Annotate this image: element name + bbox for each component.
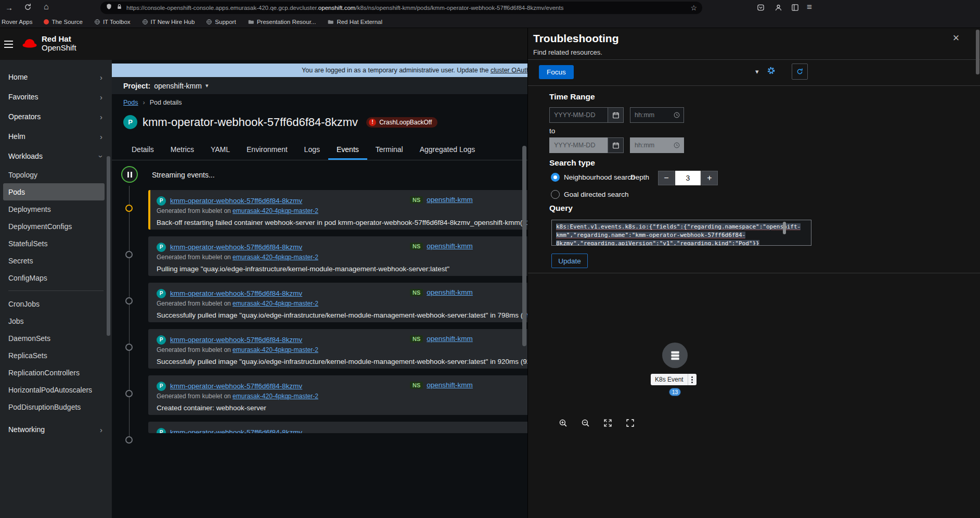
sidebar-scrollbar[interactable]: [107, 156, 110, 336]
tab-events[interactable]: Events: [328, 139, 367, 160]
breadcrumb-pods-link[interactable]: Pods: [123, 99, 138, 106]
from-date-input[interactable]: [549, 107, 608, 123]
depth-minus-button[interactable]: −: [658, 171, 675, 185]
sidebar-item-topology[interactable]: Topology: [0, 166, 112, 183]
event-pod-link[interactable]: kmm-operator-webhook-57ff6d6f84-8kzmv: [170, 197, 302, 205]
event-namespace-link[interactable]: openshift-kmm: [427, 242, 473, 250]
sidebar-item-replicasets[interactable]: ReplicaSets: [0, 347, 112, 364]
url-bar[interactable]: https://console-openshift-console.apps.e…: [100, 2, 702, 14]
panel-scrollbar[interactable]: [976, 30, 979, 74]
sidebar-item-pods[interactable]: Pods: [3, 183, 105, 200]
sidebar-item-horizontalpodautoscalers[interactable]: HorizontalPodAutoscalers: [0, 381, 112, 398]
sidebar-item-poddisruptionbudgets[interactable]: PodDisruptionBudgets: [0, 398, 112, 415]
event-namespace-link[interactable]: openshift-kmm: [427, 381, 473, 389]
node-label-pill[interactable]: K8s Event: [651, 374, 697, 385]
fit-to-screen-button[interactable]: [599, 414, 616, 432]
account-icon[interactable]: [775, 4, 782, 12]
event-node-link[interactable]: emurasak-420-4pkqp-master-2: [233, 207, 318, 214]
event-node-link[interactable]: emurasak-420-4pkqp-master-2: [233, 393, 318, 400]
focus-button[interactable]: Focus: [539, 65, 574, 79]
pause-events-button[interactable]: [121, 166, 138, 183]
neighbourhood-search-radio[interactable]: [551, 173, 560, 182]
nav-toggle-icon[interactable]: [4, 37, 18, 51]
red-hat-icon: [22, 38, 37, 49]
brand-logo: Red Hat OpenShift: [22, 34, 76, 52]
bookmark-it-new-hire-hub[interactable]: IT New Hire Hub: [142, 19, 195, 25]
depth-plus-button[interactable]: +: [701, 171, 718, 185]
pocket-icon[interactable]: [757, 4, 765, 12]
sidebar-item-jobs[interactable]: Jobs: [0, 312, 112, 330]
event-namespace-link[interactable]: openshift-kmm: [427, 335, 473, 343]
sidebar-item-networking[interactable]: Networking›: [0, 420, 112, 439]
sidebar-item-cronjobs[interactable]: CronJobs: [0, 295, 112, 312]
tab-environment[interactable]: Environment: [238, 139, 296, 160]
lock-icon[interactable]: [116, 3, 123, 12]
k8s-event-node[interactable]: [662, 343, 688, 368]
depth-input[interactable]: [675, 171, 701, 185]
goal-directed-search-radio[interactable]: [551, 190, 560, 199]
sidebar-item-helm[interactable]: Helm›: [0, 127, 112, 146]
event-namespace-link[interactable]: openshift-kmm: [427, 196, 473, 204]
query-input[interactable]: k8s:Event.v1.events.k8s.io:{"fields":{"r…: [551, 220, 811, 246]
query-scrollbar[interactable]: [783, 222, 786, 234]
event-node-link[interactable]: emurasak-420-4pkqp-master-2: [233, 300, 318, 307]
zoom-in-button[interactable]: [554, 414, 572, 432]
tab-aggregated-logs[interactable]: Aggregated Logs: [411, 139, 484, 160]
tab-yaml[interactable]: YAML: [202, 139, 238, 160]
bookmark-red-hat-external[interactable]: Red Hat External: [327, 19, 382, 25]
bookmark-it-toolbox[interactable]: IT Toolbox: [94, 19, 131, 25]
sidebar-toggle-icon[interactable]: [791, 4, 799, 12]
fullscreen-button[interactable]: [621, 414, 639, 432]
event-timeline: [129, 186, 130, 442]
sidebar-item-deploymentconfigs[interactable]: DeploymentConfigs: [0, 218, 112, 235]
sidebar-item-statefulsets[interactable]: StatefulSets: [0, 235, 112, 252]
gear-icon[interactable]: [767, 66, 776, 77]
zoom-out-button[interactable]: [576, 414, 594, 432]
event-namespace-link[interactable]: openshift-kmm: [427, 288, 473, 296]
tab-terminal[interactable]: Terminal: [367, 139, 411, 160]
bookmark-rover-apps[interactable]: Rover Apps: [2, 19, 32, 25]
chevron-down-icon[interactable]: ▾: [755, 68, 759, 75]
event-pod-link[interactable]: kmm-operator-webhook-57ff6d6f84-8kzmv: [170, 289, 302, 297]
forward-button[interactable]: →: [5, 4, 13, 11]
content-scrollbar[interactable]: [522, 146, 526, 346]
event-pod-link[interactable]: kmm-operator-webhook-57ff6d6f84-8kzmv: [170, 382, 302, 390]
to-date-calendar-button[interactable]: [608, 137, 624, 153]
bookmark-support[interactable]: Support: [206, 19, 236, 25]
refresh-button[interactable]: [792, 64, 808, 80]
update-button[interactable]: Update: [551, 254, 588, 268]
tab-metrics[interactable]: Metrics: [162, 139, 202, 160]
event-pod-link[interactable]: kmm-operator-webhook-57ff6d6f84-8kzmv: [170, 428, 302, 433]
bookmark-presentation-resources[interactable]: Presentation Resour...: [248, 19, 316, 25]
sidebar-item-favorites[interactable]: Favorites›: [0, 87, 112, 107]
reload-button[interactable]: [24, 3, 32, 12]
event-node-link[interactable]: emurasak-420-4pkqp-master-2: [233, 254, 318, 261]
timeline-dot: [125, 297, 133, 305]
pod-badge: P: [123, 115, 137, 129]
event-pod-link[interactable]: kmm-operator-webhook-57ff6d6f84-8kzmv: [170, 243, 302, 251]
sidebar-item-deployments[interactable]: Deployments: [0, 200, 112, 218]
kebab-menu-icon[interactable]: [688, 376, 697, 383]
bookmark-star-icon[interactable]: ☆: [690, 4, 697, 12]
nav-divider: [8, 290, 104, 291]
sidebar-item-workloads[interactable]: Workloads›: [0, 146, 112, 166]
close-icon[interactable]: ×: [949, 31, 963, 45]
sidebar-item-home[interactable]: Home›: [0, 67, 112, 87]
menu-icon[interactable]: ≡: [807, 3, 812, 11]
tab-details[interactable]: Details: [123, 139, 162, 160]
event-pod-link[interactable]: kmm-operator-webhook-57ff6d6f84-8kzmv: [170, 336, 302, 344]
to-date-input[interactable]: [549, 137, 608, 153]
namespace-badge: NS: [410, 382, 423, 389]
bookmark-the-source[interactable]: The Source: [44, 19, 82, 25]
tab-logs[interactable]: Logs: [296, 139, 328, 160]
sidebar-item-secrets[interactable]: Secrets: [0, 252, 112, 269]
event-node-link[interactable]: emurasak-420-4pkqp-master-2: [233, 346, 318, 353]
sidebar-item-operators[interactable]: Operators›: [0, 107, 112, 127]
home-button[interactable]: ⌂: [44, 3, 49, 11]
sidebar-item-configmaps[interactable]: ConfigMaps: [0, 269, 112, 286]
from-date-calendar-button[interactable]: [608, 107, 624, 123]
tracking-shield-icon[interactable]: [106, 3, 112, 12]
sidebar-item-daemonsets[interactable]: DaemonSets: [0, 330, 112, 347]
chevron-right-icon: ›: [100, 132, 102, 141]
sidebar-item-replicationcontrollers[interactable]: ReplicationControllers: [0, 364, 112, 381]
